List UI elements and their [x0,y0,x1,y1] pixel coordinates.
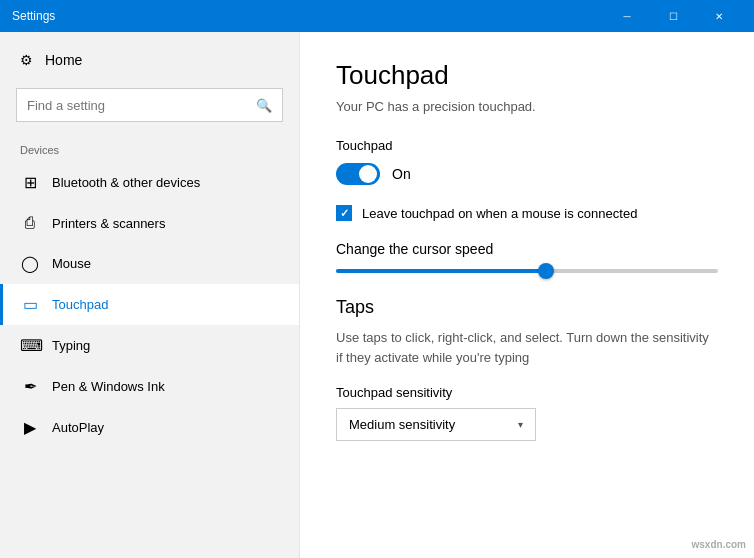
sidebar-section-label: Devices [0,130,299,162]
sidebar-item-typing[interactable]: ⌨ Typing [0,325,299,366]
sidebar-search-container: 🔍 [16,88,283,122]
sidebar-home-label: Home [45,52,82,68]
toggle-row: On [336,163,718,185]
sidebar-item-autoplay-label: AutoPlay [52,420,104,435]
app-body: ⚙ Home 🔍 Devices ⊞ Bluetooth & other dev… [0,32,754,558]
pen-icon: ✒ [20,377,40,396]
touchpad-section-label: Touchpad [336,138,718,153]
sidebar-item-typing-label: Typing [52,338,90,353]
autoplay-icon: ▶ [20,418,40,437]
printers-icon: ⎙ [20,214,40,232]
taps-description: Use taps to click, right-click, and sele… [336,328,718,367]
sidebar-item-pen-label: Pen & Windows Ink [52,379,165,394]
bluetooth-icon: ⊞ [20,173,40,192]
mouse-icon: ◯ [20,254,40,273]
watermark: wsxdn.com [692,539,746,550]
slider-fill [336,269,546,273]
toggle-state-label: On [392,166,411,182]
titlebar-controls: ─ ☐ ✕ [604,0,742,32]
taps-section: Taps Use taps to click, right-click, and… [336,297,718,441]
cursor-speed-slider-track[interactable] [336,269,718,273]
touchpad-section: Touchpad On [336,138,718,185]
sidebar-item-home[interactable]: ⚙ Home [0,40,299,80]
checkbox-label: Leave touchpad on when a mouse is connec… [362,206,637,221]
sidebar-item-touchpad-label: Touchpad [52,297,108,312]
sidebar-item-autoplay[interactable]: ▶ AutoPlay [0,407,299,448]
maximize-button[interactable]: ☐ [650,0,696,32]
chevron-down-icon: ▾ [518,419,523,430]
search-input[interactable] [27,98,256,113]
touchpad-toggle[interactable] [336,163,380,185]
cursor-speed-section: Change the cursor speed [336,241,718,273]
sidebar-item-bluetooth[interactable]: ⊞ Bluetooth & other devices [0,162,299,203]
sensitivity-label: Touchpad sensitivity [336,385,718,400]
cursor-speed-label: Change the cursor speed [336,241,718,257]
sidebar-item-touchpad[interactable]: ▭ Touchpad [0,284,299,325]
sidebar-item-bluetooth-label: Bluetooth & other devices [52,175,200,190]
sensitivity-dropdown[interactable]: Medium sensitivity ▾ [336,408,536,441]
taps-title: Taps [336,297,718,318]
slider-thumb[interactable] [538,263,554,279]
page-subtitle: Your PC has a precision touchpad. [336,99,718,114]
typing-icon: ⌨ [20,336,40,355]
titlebar: Settings ─ ☐ ✕ [0,0,754,32]
toggle-knob [359,165,377,183]
sidebar-item-printers[interactable]: ⎙ Printers & scanners [0,203,299,243]
touchpad-icon: ▭ [20,295,40,314]
mouse-connected-checkbox[interactable]: ✓ [336,205,352,221]
close-button[interactable]: ✕ [696,0,742,32]
sensitivity-value: Medium sensitivity [349,417,455,432]
checkbox-row: ✓ Leave touchpad on when a mouse is conn… [336,205,718,221]
sidebar-item-mouse-label: Mouse [52,256,91,271]
titlebar-title: Settings [12,9,55,23]
search-icon: 🔍 [256,98,272,113]
sidebar-item-pen[interactable]: ✒ Pen & Windows Ink [0,366,299,407]
minimize-button[interactable]: ─ [604,0,650,32]
page-title: Touchpad [336,60,718,91]
home-icon: ⚙ [20,52,33,68]
checkbox-check-icon: ✓ [340,207,349,220]
sidebar-item-mouse[interactable]: ◯ Mouse [0,243,299,284]
sidebar-item-printers-label: Printers & scanners [52,216,165,231]
main-content: Touchpad Your PC has a precision touchpa… [300,32,754,558]
sidebar: ⚙ Home 🔍 Devices ⊞ Bluetooth & other dev… [0,32,300,558]
